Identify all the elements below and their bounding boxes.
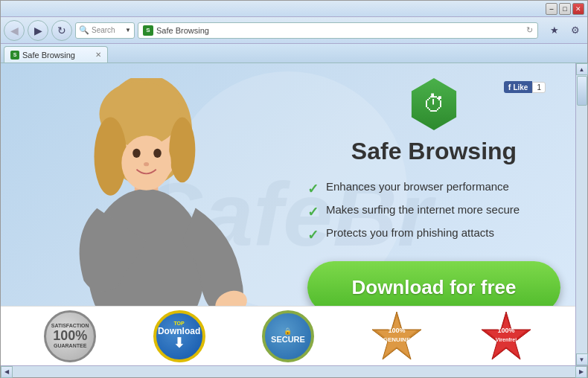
back-button[interactable]: ◀ — [4, 20, 25, 41]
facebook-count: 1 — [532, 82, 546, 93]
badges-bar: SATISFACTION 100% GUARANTEE TOP Download… — [1, 306, 575, 365]
facebook-like: f Like 1 — [504, 81, 546, 93]
badge-guarantee-text: SATISFACTION 100% GUARANTEE — [51, 323, 89, 349]
forward-button[interactable]: ▶ — [28, 20, 48, 41]
scroll-thumb[interactable] — [577, 76, 587, 106]
like-label: Like — [513, 83, 528, 92]
scroll-right-button[interactable]: ▶ — [575, 366, 587, 378]
svg-point-9 — [132, 149, 141, 158]
badge-top-download: TOP Download ⬇ — [153, 310, 205, 362]
facebook-icon: f — [508, 83, 511, 92]
content-area: SafeBr — [1, 63, 587, 365]
shield-hex: ⏱ — [408, 78, 460, 130]
tab-bar: S Safe Browsing ✕ — [1, 44, 587, 63]
address-box[interactable]: S Safe Browsing ↻ — [138, 22, 538, 39]
check-icon-2: ✓ — [307, 204, 319, 220]
search-text: Search — [92, 26, 115, 34]
address-reload-icon: ↻ — [526, 25, 533, 35]
search-box[interactable]: 🔍 Search ▼ — [75, 22, 135, 39]
feature-item-1: ✓ Enhances your browser performance — [307, 180, 560, 197]
hero-section: SafeBr — [1, 63, 575, 365]
badge-virenfrei: 100% Virenfrei — [480, 310, 532, 362]
tab-safe-browsing[interactable]: S Safe Browsing ✕ — [4, 46, 108, 63]
favicon: S — [143, 25, 153, 36]
minimize-button[interactable]: – — [546, 3, 557, 15]
dropdown-icon: ▼ — [125, 27, 131, 33]
svg-point-11 — [144, 162, 149, 166]
feature-text-3: Protects you from phishing attacts — [326, 226, 494, 239]
svg-text:100%: 100% — [497, 327, 514, 334]
svg-point-10 — [153, 149, 162, 158]
content-with-scroll: SafeBr — [1, 63, 587, 365]
scrollbar-right: ▲ ▼ — [575, 63, 587, 365]
scroll-up-button[interactable]: ▲ — [576, 63, 588, 75]
maximize-button[interactable]: □ — [559, 3, 571, 15]
scroll-track — [576, 75, 587, 353]
title-bar: – □ ✕ — [1, 1, 587, 17]
feature-text-2: Makes surfing the internet more secure — [326, 203, 520, 216]
svg-point-3 — [94, 118, 127, 196]
facebook-like-button[interactable]: f Like — [504, 81, 533, 93]
reload-button[interactable]: ↻ — [51, 20, 72, 41]
badge-guarantee: SATISFACTION 100% GUARANTEE — [44, 310, 96, 362]
address-text: Safe Browsing — [156, 26, 209, 35]
feature-text-1: Enhances your browser performance — [326, 180, 509, 193]
svg-point-4 — [169, 118, 195, 183]
browser-window: – □ ✕ ◀ ▶ ↻ 🔍 Search ▼ S Safe Browsing ↻ — [0, 0, 588, 378]
scroll-h-track — [13, 366, 575, 377]
title-bar-buttons: – □ ✕ — [546, 3, 584, 15]
badge-secure-text: 🔒 SECURE — [271, 328, 305, 345]
address-bar-wrap: 🔍 Search ▼ S Safe Browsing ↻ — [75, 22, 538, 39]
page-title: Safe Browsing — [307, 138, 560, 165]
badge-secure: 🔒 SECURE — [262, 310, 314, 362]
svg-text:100%: 100% — [389, 327, 406, 334]
page-content: SafeBr — [1, 63, 575, 365]
right-content: f Like 1 ⏱ Safe Browsing — [307, 78, 560, 314]
badge-genuine: 100% GENUINE — [371, 310, 423, 362]
svg-text:GENUINE: GENUINE — [383, 336, 411, 343]
scroll-down-button[interactable]: ▼ — [576, 353, 588, 365]
clock-icon: ⏱ — [423, 92, 445, 117]
tab-favicon: S — [10, 51, 19, 60]
tab-label: Safe Browsing — [22, 51, 75, 60]
settings-button[interactable]: ⚙ — [566, 22, 584, 39]
nav-icons: ★ ⚙ — [546, 22, 584, 39]
tab-close-button[interactable]: ✕ — [95, 51, 101, 59]
svg-text:Virenfrei: Virenfrei — [496, 337, 517, 342]
check-icon-1: ✓ — [307, 181, 319, 197]
features-list: ✓ Enhances your browser performance ✓ Ma… — [307, 180, 560, 243]
search-icon: 🔍 — [79, 25, 89, 35]
badge-top-download-text: TOP Download ⬇ — [158, 321, 200, 351]
feature-item-2: ✓ Makes surfing the internet more secure — [307, 203, 560, 220]
feature-item-3: ✓ Protects you from phishing attacts — [307, 226, 560, 243]
nav-bar: ◀ ▶ ↻ 🔍 Search ▼ S Safe Browsing ↻ ★ ⚙ — [1, 17, 587, 44]
scroll-left-button[interactable]: ◀ — [1, 366, 13, 378]
star-button[interactable]: ★ — [546, 22, 563, 39]
scrollbar-bottom: ◀ ▶ — [1, 365, 587, 377]
close-button[interactable]: ✕ — [572, 3, 584, 15]
check-icon-3: ✓ — [307, 227, 319, 243]
